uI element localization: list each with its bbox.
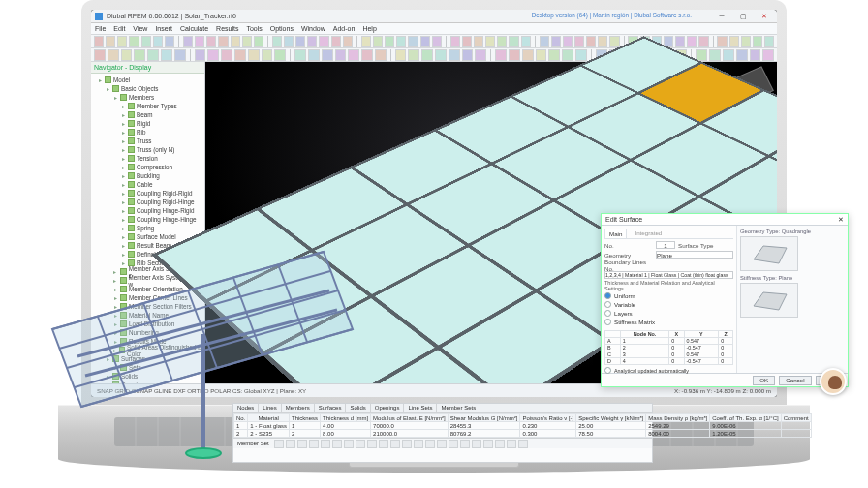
toolbar-button[interactable] (551, 36, 561, 47)
toolbar-button[interactable] (207, 49, 219, 61)
geometry-thumbnail-1[interactable] (740, 236, 798, 271)
tree-node[interactable]: ▸Rib (91, 128, 204, 137)
node-row[interactable]: A100.5470 (605, 338, 733, 345)
toolbar-button[interactable] (335, 49, 347, 61)
toolbar-button[interactable] (221, 49, 232, 61)
tree-node[interactable]: ▸Member Center Lines (91, 293, 204, 302)
tree-node[interactable]: ▸Coupling Rigid-Rigid (91, 189, 204, 198)
data-table[interactable]: No.MaterialThicknessThickness d [mm]Modu… (233, 413, 812, 438)
tree-node[interactable]: ▸Tension (91, 154, 204, 163)
geometry-thumbnail-2[interactable] (740, 283, 798, 318)
toolbar-button[interactable] (165, 36, 174, 47)
column-header[interactable]: Comment (781, 414, 811, 422)
toolbar-button[interactable] (284, 36, 294, 47)
toolbar-button[interactable] (709, 49, 721, 61)
table-tab[interactable]: Nodes (233, 404, 259, 412)
radio-variable[interactable] (604, 301, 611, 308)
toolbar-button[interactable] (242, 36, 252, 47)
toolbar-button[interactable] (408, 49, 419, 61)
table-tool-button[interactable] (332, 440, 342, 448)
node-row[interactable]: B20-0.5470 (605, 345, 733, 351)
toolbar-button[interactable] (536, 49, 547, 61)
tree-node[interactable]: ▸Truss (91, 137, 204, 145)
table-tab[interactable]: Surfaces (315, 404, 347, 412)
toolbar-button[interactable] (106, 36, 115, 47)
toolbar-button[interactable] (698, 36, 708, 47)
close-button[interactable]: ✕ (756, 12, 773, 21)
toolbar-button[interactable] (485, 36, 495, 47)
table-tool-button[interactable] (402, 440, 412, 448)
toolbar-button[interactable] (117, 36, 127, 47)
navigator-tree[interactable]: ▸Model▸Basic Objects▸Members▸Member Type… (91, 74, 204, 383)
tree-node[interactable]: ▸Buckling (91, 171, 204, 180)
tree-node[interactable]: ▸Numbering (91, 328, 204, 337)
toolbar-button[interactable] (497, 36, 507, 47)
toolbar-button[interactable] (729, 36, 739, 47)
toolbar-button[interactable] (121, 49, 133, 61)
tree-node[interactable]: ▸Spring (91, 224, 204, 232)
analytical-checkbox[interactable] (604, 367, 611, 374)
table-tool-button[interactable] (507, 440, 516, 448)
tree-node[interactable]: ▸Material Name (91, 311, 204, 320)
toolbar-button[interactable] (540, 36, 549, 47)
toolbar-button[interactable] (141, 36, 151, 47)
toolbar-button[interactable] (509, 49, 520, 61)
cancel-button[interactable]: Cancel (779, 376, 811, 385)
table-tool-button[interactable] (356, 440, 365, 448)
toolbar-button[interactable] (195, 36, 204, 47)
geometry-field[interactable]: Plane (656, 251, 733, 259)
menu-results[interactable]: Results (216, 25, 238, 32)
toolbar-button[interactable] (575, 49, 587, 61)
toolbar-button[interactable] (373, 36, 383, 47)
dialog-tab-main[interactable]: Main (604, 229, 627, 238)
boundary-field[interactable]: 1,2,3,4 | Material 1 | Float Glass | Coa… (604, 271, 733, 279)
menu-insert[interactable]: Insert (155, 25, 172, 32)
column-header[interactable]: Modulus of Elast. E [N/mm²] (371, 414, 449, 422)
table-tab[interactable]: Members (282, 404, 315, 412)
toolbar-button[interactable] (586, 36, 596, 47)
toolbar-button[interactable] (723, 49, 734, 61)
toolbar-button[interactable] (462, 36, 472, 47)
edit-surface-dialog[interactable]: Edit Surface ✕ Main Integrated No. 1 Sur… (601, 213, 849, 387)
table-tool-button[interactable] (390, 440, 400, 448)
table-tool-button[interactable] (344, 440, 354, 448)
toolbar-button[interactable] (307, 36, 317, 47)
tree-node[interactable]: ▸Cable (91, 180, 204, 189)
column-header[interactable]: Thickness d [mm] (321, 414, 371, 422)
toolbar-button[interactable] (331, 36, 341, 47)
toolbar-button[interactable] (308, 49, 320, 61)
ok-button[interactable]: OK (753, 376, 775, 385)
tree-node[interactable]: ▸Compression (91, 163, 204, 171)
toolbar-button[interactable] (408, 36, 418, 47)
toolbar-button[interactable] (762, 49, 774, 61)
node-row[interactable]: D40-0.5470 (605, 358, 733, 365)
toolbar-button[interactable] (509, 36, 518, 47)
toolbar-button[interactable] (750, 49, 761, 61)
toolbar-button[interactable] (563, 36, 573, 47)
tree-node[interactable]: ▸Model (91, 76, 204, 84)
table-tool-button[interactable] (495, 440, 505, 448)
tree-node[interactable]: ▸Coupling Hinge-Rigid (91, 206, 204, 215)
table-tool-button[interactable] (321, 440, 330, 448)
toolbar-button[interactable] (548, 49, 560, 61)
toolbar-button[interactable] (174, 49, 186, 61)
table-row[interactable]: 11 - Float glass14.0070000.028455.30.230… (234, 422, 812, 430)
minimize-button[interactable]: ─ (713, 12, 730, 21)
dialog-tab-integrated[interactable]: Integrated (631, 229, 666, 238)
toolbar-button[interactable] (231, 36, 240, 47)
column-header[interactable]: Thickness (290, 414, 321, 422)
toolbar-button[interactable] (764, 36, 774, 47)
toolbar-button[interactable] (294, 49, 306, 61)
toolbar-button[interactable] (522, 49, 534, 61)
tree-node[interactable]: ▸Members (91, 93, 204, 102)
tree-node[interactable]: ▸Coupling Hinge-Hinge (91, 215, 204, 224)
table-tool-button[interactable] (367, 440, 377, 448)
column-header[interactable]: Poisson's Ratio ν [-] (520, 414, 576, 422)
menu-file[interactable]: File (95, 25, 106, 32)
toolbar-button[interactable] (375, 49, 387, 61)
table-tool-button[interactable] (379, 440, 388, 448)
table-tool-button[interactable] (286, 440, 295, 448)
menu-view[interactable]: View (133, 25, 147, 32)
menu-add-on[interactable]: Add-on (333, 25, 356, 32)
node-row[interactable]: C300.5470 (605, 351, 733, 358)
